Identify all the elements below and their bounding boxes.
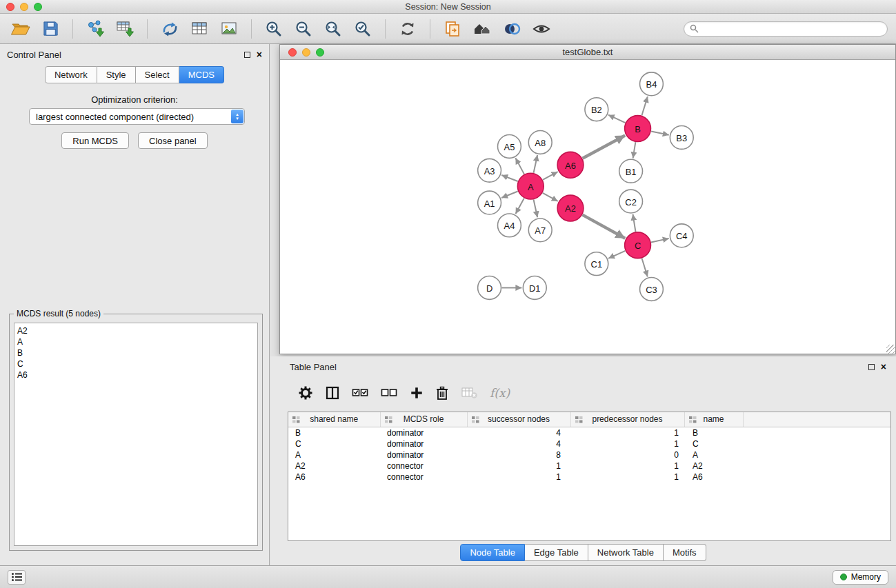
- deselect-all-button[interactable]: [381, 386, 398, 400]
- column-header-successor-nodes[interactable]: successor nodes: [467, 412, 570, 427]
- tab-style[interactable]: Style: [97, 66, 136, 83]
- function-builder-button[interactable]: f(x): [490, 386, 510, 400]
- node-B[interactable]: B: [625, 116, 651, 142]
- close-panel-button[interactable]: Close panel: [138, 132, 208, 149]
- tab-node-table[interactable]: Node Table: [460, 544, 525, 561]
- show-columns-button[interactable]: [325, 385, 340, 401]
- create-column-button[interactable]: [410, 386, 424, 400]
- float-panel-icon[interactable]: [868, 364, 875, 370]
- tab-mcds[interactable]: MCDS: [179, 66, 224, 83]
- select-all-button[interactable]: [352, 386, 369, 400]
- export-image-button[interactable]: [217, 17, 241, 41]
- edge-B-B1[interactable]: [633, 142, 636, 158]
- node-B1[interactable]: B1: [619, 159, 643, 183]
- import-network-button[interactable]: [83, 17, 108, 41]
- close-panel-icon[interactable]: ×: [257, 50, 262, 59]
- column-header-shared-name[interactable]: shared name: [288, 412, 380, 427]
- result-item[interactable]: A2: [17, 325, 255, 336]
- edge-C-C1[interactable]: [608, 251, 625, 258]
- node-A[interactable]: A: [517, 173, 544, 199]
- edge-A-A1[interactable]: [501, 192, 518, 198]
- tab-network-table[interactable]: Network Table: [588, 544, 664, 561]
- edge-A-A4[interactable]: [515, 199, 524, 214]
- edge-C-C4[interactable]: [651, 239, 669, 243]
- edge-C-C2[interactable]: [633, 214, 635, 232]
- column-header-MCDS-role[interactable]: MCDS role: [380, 412, 467, 427]
- zoom-out-button[interactable]: [291, 17, 316, 41]
- float-panel-icon[interactable]: [244, 52, 250, 58]
- column-header-predecessor-nodes[interactable]: predecessor nodes: [570, 412, 684, 427]
- tab-select[interactable]: Select: [136, 66, 179, 83]
- node-C2[interactable]: C2: [619, 190, 643, 213]
- table-row[interactable]: Cdominator41C: [288, 438, 890, 449]
- table-row[interactable]: A2connector11A2: [288, 460, 890, 472]
- edge-A-A2[interactable]: [543, 193, 558, 201]
- node-B2[interactable]: B2: [585, 98, 608, 121]
- node-A6[interactable]: A6: [557, 152, 584, 178]
- zoom-window-button[interactable]: [316, 48, 324, 57]
- zoom-window-button[interactable]: [34, 3, 42, 11]
- minimize-window-button[interactable]: [20, 3, 28, 11]
- run-mcds-button[interactable]: Run MCDS: [61, 132, 129, 149]
- close-window-button[interactable]: [288, 48, 297, 57]
- node-B4[interactable]: B4: [640, 72, 664, 96]
- edge-B-B3[interactable]: [651, 132, 669, 135]
- edge-A-A3[interactable]: [501, 175, 517, 181]
- node-A5[interactable]: A5: [498, 134, 521, 158]
- memory-button[interactable]: Memory: [833, 570, 888, 585]
- delete-column-button[interactable]: [435, 385, 449, 401]
- tab-network[interactable]: Network: [45, 66, 97, 83]
- tab-motifs[interactable]: Motifs: [664, 544, 706, 561]
- duplicate-document-button[interactable]: [440, 17, 465, 41]
- panel-menu-button[interactable]: [8, 570, 26, 585]
- node-A8[interactable]: A8: [528, 131, 552, 154]
- resize-handle[interactable]: [886, 345, 895, 354]
- refresh-button[interactable]: [395, 17, 420, 41]
- network-graph[interactable]: B4B2BB3A5A8A6B1A3AC2A1A2A4A7CC4C1C3DD1: [280, 61, 895, 354]
- result-item[interactable]: A6: [17, 369, 255, 381]
- table-settings-button[interactable]: [298, 385, 313, 401]
- edge-A-A7[interactable]: [534, 200, 538, 218]
- node-A4[interactable]: A4: [498, 214, 521, 237]
- edge-A-A8[interactable]: [534, 155, 538, 173]
- table-row[interactable]: A6connector11A6: [288, 472, 890, 483]
- tab-edge-table[interactable]: Edge Table: [525, 544, 588, 561]
- edge-A-A6[interactable]: [543, 172, 558, 180]
- edge-A2-C[interactable]: [582, 215, 625, 239]
- mcds-result-list[interactable]: A2ABCA6: [14, 323, 258, 546]
- result-item[interactable]: A: [17, 336, 255, 347]
- table-row[interactable]: Adominator80A: [288, 449, 890, 460]
- node-A1[interactable]: A1: [478, 191, 501, 214]
- column-header-name[interactable]: name: [684, 412, 743, 427]
- zoom-selected-button[interactable]: [350, 17, 375, 41]
- open-session-button[interactable]: [8, 17, 33, 41]
- node-C1[interactable]: C1: [585, 252, 608, 276]
- delete-table-button[interactable]: [461, 386, 478, 400]
- style-venn-button[interactable]: [499, 17, 524, 41]
- edge-A6-B[interactable]: [583, 135, 626, 158]
- criterion-dropdown[interactable]: largest connected component (directed) ▲…: [29, 108, 245, 125]
- search-box[interactable]: [684, 21, 888, 37]
- edge-B-B4[interactable]: [641, 97, 647, 116]
- zoom-in-button[interactable]: [261, 17, 286, 41]
- edge-C-C3[interactable]: [642, 258, 648, 277]
- node-A7[interactable]: A7: [528, 219, 552, 242]
- import-table-button[interactable]: [112, 17, 137, 41]
- node-C4[interactable]: C4: [670, 224, 693, 247]
- network-canvas[interactable]: B4B2BB3A5A8A6B1A3AC2A1A2A4A7CC4C1C3DD1: [280, 61, 895, 354]
- export-table-button[interactable]: [187, 17, 212, 41]
- result-item[interactable]: C: [17, 358, 255, 369]
- node-B3[interactable]: B3: [670, 126, 693, 150]
- node-D1[interactable]: D1: [523, 276, 546, 300]
- table-row[interactable]: Bdominator41B: [288, 427, 890, 438]
- edge-A-A5[interactable]: [515, 158, 524, 174]
- close-window-button[interactable]: [6, 3, 14, 11]
- zoom-fit-button[interactable]: [321, 17, 346, 41]
- visibility-button[interactable]: [529, 17, 554, 41]
- network-window-titlebar[interactable]: testGlobe.txt: [280, 45, 895, 60]
- save-session-button[interactable]: [38, 17, 63, 41]
- node-A3[interactable]: A3: [478, 159, 501, 182]
- node-C[interactable]: C: [625, 232, 651, 258]
- edge-B-B2[interactable]: [608, 115, 626, 123]
- node-A2[interactable]: A2: [557, 195, 584, 221]
